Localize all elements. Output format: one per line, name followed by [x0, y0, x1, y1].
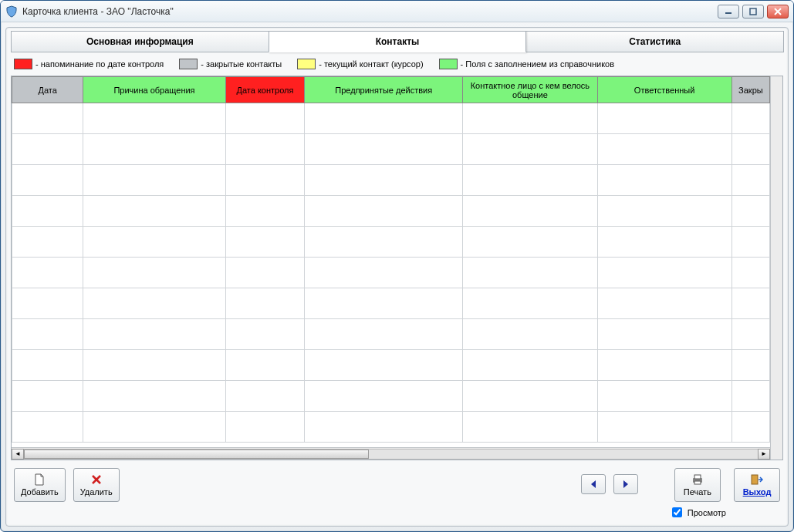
table-cell[interactable]: [731, 350, 769, 381]
table-cell[interactable]: [305, 258, 463, 288]
table-cell[interactable]: [463, 165, 597, 196]
table-row[interactable]: [12, 412, 770, 443]
table-cell[interactable]: [305, 288, 463, 319]
exit-button[interactable]: Выход: [734, 468, 780, 502]
table-row[interactable]: [12, 103, 770, 134]
table-cell[interactable]: [12, 288, 83, 319]
table-cell[interactable]: [597, 381, 731, 412]
table-cell[interactable]: [12, 227, 83, 258]
table-cell[interactable]: [12, 258, 83, 288]
nav-next-button[interactable]: [613, 474, 638, 494]
table-cell[interactable]: [463, 412, 597, 443]
table-cell[interactable]: [463, 350, 597, 381]
table-cell[interactable]: [12, 350, 83, 381]
tab-statistics[interactable]: Статистика: [525, 31, 784, 52]
horizontal-scrollbar[interactable]: ◄ ►: [12, 447, 770, 460]
hscroll-left-button[interactable]: ◄: [12, 449, 24, 460]
column-header-actions[interactable]: Предпринятые действия: [305, 77, 463, 103]
table-cell[interactable]: [83, 103, 226, 134]
table-cell[interactable]: [83, 196, 226, 227]
table-cell[interactable]: [731, 165, 769, 196]
table-cell[interactable]: [83, 134, 226, 165]
table-row[interactable]: [12, 258, 770, 288]
table-cell[interactable]: [597, 258, 731, 288]
table-cell[interactable]: [731, 196, 769, 227]
table-cell[interactable]: [225, 350, 305, 381]
table-cell[interactable]: [597, 288, 731, 319]
table-cell[interactable]: [225, 227, 305, 258]
table-cell[interactable]: [305, 196, 463, 227]
table-cell[interactable]: [12, 103, 83, 134]
table-cell[interactable]: [463, 319, 597, 350]
print-button[interactable]: Печать: [674, 468, 721, 502]
maximize-button[interactable]: [742, 5, 764, 19]
table-cell[interactable]: [463, 103, 597, 134]
table-body[interactable]: [12, 103, 770, 443]
hscroll-right-button[interactable]: ►: [758, 449, 770, 460]
table-row[interactable]: [12, 288, 770, 319]
table-row[interactable]: [12, 134, 770, 165]
table-cell[interactable]: [731, 381, 769, 412]
hscroll-track[interactable]: [24, 449, 758, 460]
table-row[interactable]: [12, 381, 770, 412]
table-cell[interactable]: [731, 412, 769, 443]
table-cell[interactable]: [225, 319, 305, 350]
table-cell[interactable]: [305, 381, 463, 412]
table-cell[interactable]: [83, 350, 226, 381]
table-cell[interactable]: [463, 227, 597, 258]
table-cell[interactable]: [305, 165, 463, 196]
table-cell[interactable]: [597, 134, 731, 165]
table-cell[interactable]: [12, 196, 83, 227]
table-cell[interactable]: [463, 134, 597, 165]
minimize-button[interactable]: [718, 5, 739, 19]
table-row[interactable]: [12, 196, 770, 227]
table-cell[interactable]: [305, 350, 463, 381]
table-cell[interactable]: [731, 103, 769, 134]
table-cell[interactable]: [463, 196, 597, 227]
column-header-reason[interactable]: Причина обращения: [83, 77, 226, 103]
contacts-table[interactable]: ДатаПричина обращенияДата контроляПредпр…: [12, 76, 770, 443]
delete-button[interactable]: Удалить: [73, 468, 120, 502]
table-cell[interactable]: [463, 258, 597, 288]
table-cell[interactable]: [225, 134, 305, 165]
table-cell[interactable]: [731, 134, 769, 165]
table-cell[interactable]: [305, 134, 463, 165]
preview-checkbox[interactable]: [672, 507, 682, 517]
table-row[interactable]: [12, 319, 770, 350]
table-cell[interactable]: [597, 196, 731, 227]
table-cell[interactable]: [83, 319, 226, 350]
table-cell[interactable]: [597, 350, 731, 381]
table-cell[interactable]: [463, 381, 597, 412]
table-cell[interactable]: [12, 134, 83, 165]
tab-contacts[interactable]: Контакты: [269, 31, 527, 52]
hscroll-thumb[interactable]: [24, 450, 369, 459]
table-cell[interactable]: [12, 319, 83, 350]
table-cell[interactable]: [83, 165, 226, 196]
table-cell[interactable]: [225, 412, 305, 443]
table-cell[interactable]: [305, 103, 463, 134]
table-cell[interactable]: [12, 381, 83, 412]
table-row[interactable]: [12, 350, 770, 381]
preview-checkbox-row[interactable]: Просмотр: [669, 505, 726, 520]
table-cell[interactable]: [83, 258, 226, 288]
table-cell[interactable]: [83, 227, 226, 258]
table-cell[interactable]: [463, 288, 597, 319]
table-row[interactable]: [12, 227, 770, 258]
table-cell[interactable]: [731, 258, 769, 288]
table-cell[interactable]: [731, 288, 769, 319]
tab-main-info[interactable]: Основная информация: [11, 31, 269, 52]
table-cell[interactable]: [597, 319, 731, 350]
nav-prev-button[interactable]: [581, 474, 606, 494]
table-cell[interactable]: [597, 412, 731, 443]
column-header-closed[interactable]: Закры: [731, 77, 769, 103]
table-cell[interactable]: [305, 227, 463, 258]
table-cell[interactable]: [597, 227, 731, 258]
table-cell[interactable]: [731, 227, 769, 258]
table-cell[interactable]: [225, 258, 305, 288]
table-cell[interactable]: [12, 412, 83, 443]
table-cell[interactable]: [225, 165, 305, 196]
table-cell[interactable]: [225, 196, 305, 227]
column-header-control[interactable]: Дата контроля: [225, 77, 305, 103]
table-cell[interactable]: [225, 288, 305, 319]
close-button[interactable]: [767, 5, 789, 19]
